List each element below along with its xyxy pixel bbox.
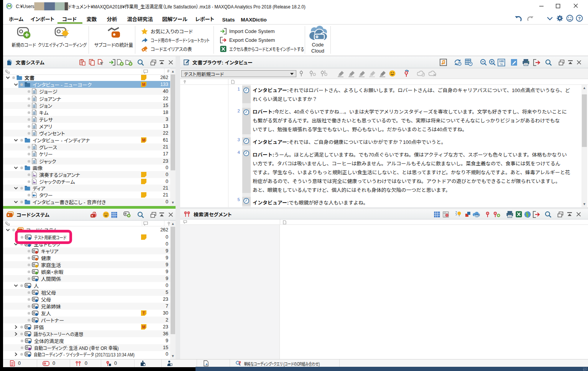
svg-text:M: M [142,138,145,142]
svg-text:ABC: ABC [474,214,480,217]
svg-text:M: M [142,325,145,329]
svg-text:%: % [500,63,503,66]
svg-text:T: T [143,311,145,315]
svg-text:?: ? [578,16,581,21]
svg-text:M: M [142,82,145,87]
